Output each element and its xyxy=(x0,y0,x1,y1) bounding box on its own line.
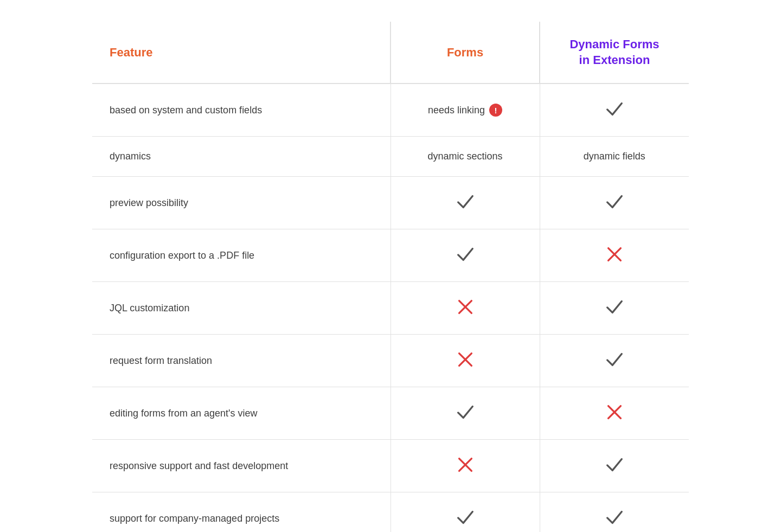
check-icon xyxy=(455,401,476,425)
check-icon xyxy=(455,507,476,530)
table-header-row: Feature Forms Dynamic Formsin Extension xyxy=(92,22,689,84)
header-forms: Forms xyxy=(390,22,540,84)
forms-cell xyxy=(390,387,540,440)
table-row: support for company-managed projects xyxy=(92,492,689,532)
cross-icon xyxy=(455,361,476,372)
check-icon xyxy=(604,98,625,122)
header-dynamic-forms-label: Dynamic Formsin Extension xyxy=(569,37,659,67)
header-dynamic-forms: Dynamic Formsin Extension xyxy=(540,22,689,84)
comparison-table: Feature Forms Dynamic Formsin Extension … xyxy=(92,22,689,532)
feature-label: editing forms from an agent's view xyxy=(110,408,258,419)
feature-label: dynamics xyxy=(110,151,151,162)
feature-cell: editing forms from an agent's view xyxy=(92,387,390,440)
check-icon xyxy=(455,191,476,215)
table-row: configuration export to a .PDF file xyxy=(92,229,689,282)
table-row: request form translation xyxy=(92,335,689,387)
feature-cell: based on system and custom fields xyxy=(92,84,390,137)
feature-label: request form translation xyxy=(110,355,212,366)
dynamic-cell: dynamic fields xyxy=(540,137,689,177)
feature-label: preview possibility xyxy=(110,197,188,208)
feature-cell: JQL customization xyxy=(92,282,390,335)
dynamic-cell xyxy=(540,335,689,387)
check-icon xyxy=(604,349,625,373)
forms-cell xyxy=(390,177,540,229)
dynamic-cell xyxy=(540,229,689,282)
table-row: preview possibility xyxy=(92,177,689,229)
cross-icon xyxy=(604,256,625,267)
feature-cell: support for company-managed projects xyxy=(92,492,390,532)
needs-linking-text: needs linking xyxy=(428,105,485,116)
dynamic-cell xyxy=(540,282,689,335)
header-feature: Feature xyxy=(92,22,390,84)
forms-cell: dynamic sections xyxy=(390,137,540,177)
comparison-table-wrapper: Feature Forms Dynamic Formsin Extension … xyxy=(92,22,689,532)
forms-cell xyxy=(390,229,540,282)
forms-cell: needs linking ! xyxy=(390,84,540,137)
feature-label: based on system and custom fields xyxy=(110,105,262,116)
feature-cell: configuration export to a .PDF file xyxy=(92,229,390,282)
cross-icon xyxy=(455,309,476,319)
table-row: based on system and custom fields needs … xyxy=(92,84,689,137)
table-row: editing forms from an agent's view xyxy=(92,387,689,440)
check-icon xyxy=(604,191,625,215)
needs-linking-value: needs linking ! xyxy=(428,104,502,117)
cell-text-value: dynamic sections xyxy=(427,151,502,162)
feature-label: configuration export to a .PDF file xyxy=(110,250,254,261)
cell-text-value: dynamic fields xyxy=(584,151,645,162)
check-icon xyxy=(604,507,625,530)
feature-cell: responsive support and fast development xyxy=(92,440,390,492)
forms-cell xyxy=(390,282,540,335)
check-icon xyxy=(604,296,625,320)
forms-cell xyxy=(390,440,540,492)
forms-cell xyxy=(390,492,540,532)
warning-icon: ! xyxy=(489,104,502,117)
dynamic-cell xyxy=(540,387,689,440)
dynamic-cell xyxy=(540,492,689,532)
table-row: JQL customization xyxy=(92,282,689,335)
feature-cell: dynamics xyxy=(92,137,390,177)
check-icon xyxy=(455,243,476,267)
dynamic-cell xyxy=(540,440,689,492)
check-icon xyxy=(604,454,625,478)
feature-label: JQL customization xyxy=(110,303,189,313)
dynamic-cell xyxy=(540,177,689,229)
feature-cell: request form translation xyxy=(92,335,390,387)
dynamic-cell xyxy=(540,84,689,137)
cross-icon xyxy=(604,414,625,425)
feature-label: responsive support and fast development xyxy=(110,460,288,471)
feature-label: support for company-managed projects xyxy=(110,513,279,524)
table-row: dynamics dynamic sections dynamic fields xyxy=(92,137,689,177)
feature-cell: preview possibility xyxy=(92,177,390,229)
cross-icon xyxy=(455,466,476,477)
table-row: responsive support and fast development xyxy=(92,440,689,492)
forms-cell xyxy=(390,335,540,387)
